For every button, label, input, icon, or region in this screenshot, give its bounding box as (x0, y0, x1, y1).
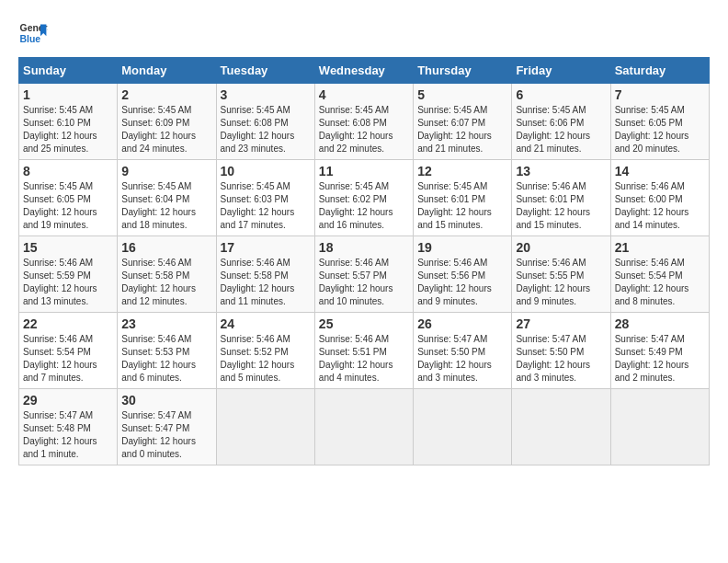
day-info: Sunrise: 5:46 AMSunset: 5:52 PMDaylight:… (221, 333, 311, 385)
calendar-cell: 19Sunrise: 5:46 AMSunset: 5:56 PMDayligh… (414, 236, 512, 313)
day-number: 2 (121, 87, 211, 102)
svg-marker-2 (40, 24, 46, 36)
day-number: 27 (516, 316, 606, 331)
calendar-week-row: 8Sunrise: 5:45 AMSunset: 6:05 PMDaylight… (19, 160, 710, 236)
calendar-cell: 28Sunrise: 5:47 AMSunset: 5:49 PMDayligh… (610, 313, 709, 389)
day-info: Sunrise: 5:45 AMSunset: 6:01 PMDaylight:… (417, 180, 507, 232)
day-number: 1 (23, 87, 113, 102)
day-number: 8 (23, 164, 113, 178)
day-info: Sunrise: 5:46 AMSunset: 6:00 PMDaylight:… (615, 180, 705, 232)
column-header-thursday: Thursday (414, 58, 512, 84)
day-number: 3 (221, 87, 311, 102)
calendar-cell: 4Sunrise: 5:45 AMSunset: 6:08 PMDaylight… (314, 84, 413, 160)
day-number: 11 (319, 164, 409, 178)
day-number: 18 (319, 240, 409, 255)
day-number: 26 (417, 316, 507, 331)
column-header-wednesday: Wednesday (314, 58, 413, 84)
calendar-cell: 13Sunrise: 5:46 AMSunset: 6:01 PMDayligh… (512, 160, 610, 236)
calendar-cell: 8Sunrise: 5:45 AMSunset: 6:05 PMDaylight… (19, 160, 118, 236)
day-info: Sunrise: 5:47 AMSunset: 5:48 PMDaylight:… (23, 409, 113, 461)
calendar-cell: 30Sunrise: 5:47 AMSunset: 5:47 PMDayligh… (118, 389, 216, 465)
header: General Blue (18, 18, 710, 48)
day-number: 25 (319, 316, 409, 331)
calendar-cell: 29Sunrise: 5:47 AMSunset: 5:48 PMDayligh… (19, 389, 118, 465)
day-number: 24 (221, 316, 311, 331)
calendar-cell: 12Sunrise: 5:45 AMSunset: 6:01 PMDayligh… (414, 160, 512, 236)
day-info: Sunrise: 5:45 AMSunset: 6:03 PMDaylight:… (221, 180, 311, 232)
day-number: 15 (23, 240, 113, 255)
calendar-cell: 24Sunrise: 5:46 AMSunset: 5:52 PMDayligh… (216, 313, 314, 389)
calendar-week-row: 1Sunrise: 5:45 AMSunset: 6:10 PMDaylight… (19, 84, 710, 160)
day-info: Sunrise: 5:46 AMSunset: 5:51 PMDaylight:… (319, 333, 409, 385)
day-info: Sunrise: 5:45 AMSunset: 6:09 PMDaylight:… (121, 104, 211, 155)
day-info: Sunrise: 5:46 AMSunset: 5:57 PMDaylight:… (319, 257, 409, 308)
day-info: Sunrise: 5:46 AMSunset: 5:53 PMDaylight:… (121, 333, 211, 385)
day-info: Sunrise: 5:45 AMSunset: 6:08 PMDaylight:… (319, 104, 409, 155)
calendar-cell: 7Sunrise: 5:45 AMSunset: 6:05 PMDaylight… (610, 84, 709, 160)
day-number: 16 (121, 240, 211, 255)
calendar-cell: 10Sunrise: 5:45 AMSunset: 6:03 PMDayligh… (216, 160, 314, 236)
day-number: 22 (23, 316, 113, 331)
calendar-cell (216, 389, 314, 465)
day-info: Sunrise: 5:45 AMSunset: 6:10 PMDaylight:… (23, 104, 113, 155)
calendar-cell (414, 389, 512, 465)
day-number: 19 (417, 240, 507, 255)
calendar-cell: 14Sunrise: 5:46 AMSunset: 6:00 PMDayligh… (610, 160, 709, 236)
calendar-cell: 2Sunrise: 5:45 AMSunset: 6:09 PMDaylight… (118, 84, 216, 160)
calendar-week-row: 22Sunrise: 5:46 AMSunset: 5:54 PMDayligh… (19, 313, 710, 389)
day-info: Sunrise: 5:45 AMSunset: 6:07 PMDaylight:… (417, 104, 507, 155)
calendar-cell (610, 389, 709, 465)
calendar-cell: 27Sunrise: 5:47 AMSunset: 5:50 PMDayligh… (512, 313, 610, 389)
column-header-monday: Monday (118, 58, 216, 84)
calendar-cell: 16Sunrise: 5:46 AMSunset: 5:58 PMDayligh… (118, 236, 216, 313)
day-number: 20 (516, 240, 606, 255)
calendar-cell: 18Sunrise: 5:46 AMSunset: 5:57 PMDayligh… (314, 236, 413, 313)
column-header-saturday: Saturday (610, 58, 709, 84)
day-info: Sunrise: 5:46 AMSunset: 5:55 PMDaylight:… (516, 257, 606, 308)
column-header-tuesday: Tuesday (216, 58, 314, 84)
day-number: 14 (615, 164, 705, 178)
day-number: 17 (221, 240, 311, 255)
calendar-cell: 15Sunrise: 5:46 AMSunset: 5:59 PMDayligh… (19, 236, 118, 313)
day-info: Sunrise: 5:46 AMSunset: 5:54 PMDaylight:… (23, 333, 113, 385)
calendar-week-row: 15Sunrise: 5:46 AMSunset: 5:59 PMDayligh… (19, 236, 710, 313)
day-info: Sunrise: 5:45 AMSunset: 6:02 PMDaylight:… (319, 180, 409, 232)
calendar-header-row: SundayMondayTuesdayWednesdayThursdayFrid… (19, 58, 710, 84)
calendar-cell: 9Sunrise: 5:45 AMSunset: 6:04 PMDaylight… (118, 160, 216, 236)
calendar-cell: 23Sunrise: 5:46 AMSunset: 5:53 PMDayligh… (118, 313, 216, 389)
calendar-cell: 3Sunrise: 5:45 AMSunset: 6:08 PMDaylight… (216, 84, 314, 160)
day-info: Sunrise: 5:45 AMSunset: 6:06 PMDaylight:… (516, 104, 606, 155)
calendar-cell: 20Sunrise: 5:46 AMSunset: 5:55 PMDayligh… (512, 236, 610, 313)
calendar-cell (314, 389, 413, 465)
logo-icon: General Blue (18, 18, 48, 48)
calendar-cell (512, 389, 610, 465)
day-info: Sunrise: 5:47 AMSunset: 5:50 PMDaylight:… (516, 333, 606, 385)
calendar-table: SundayMondayTuesdayWednesdayThursdayFrid… (18, 57, 710, 465)
calendar-cell: 25Sunrise: 5:46 AMSunset: 5:51 PMDayligh… (314, 313, 413, 389)
calendar-cell: 11Sunrise: 5:45 AMSunset: 6:02 PMDayligh… (314, 160, 413, 236)
day-number: 6 (516, 87, 606, 102)
day-number: 29 (23, 393, 113, 408)
day-info: Sunrise: 5:46 AMSunset: 5:54 PMDaylight:… (615, 257, 705, 308)
day-number: 13 (516, 164, 606, 178)
day-number: 5 (417, 87, 507, 102)
column-header-sunday: Sunday (19, 58, 118, 84)
day-info: Sunrise: 5:47 AMSunset: 5:47 PMDaylight:… (121, 409, 211, 461)
day-info: Sunrise: 5:45 AMSunset: 6:08 PMDaylight:… (221, 104, 311, 155)
day-info: Sunrise: 5:46 AMSunset: 5:58 PMDaylight:… (121, 257, 211, 308)
day-info: Sunrise: 5:45 AMSunset: 6:04 PMDaylight:… (121, 180, 211, 232)
day-number: 21 (615, 240, 705, 255)
calendar-cell: 22Sunrise: 5:46 AMSunset: 5:54 PMDayligh… (19, 313, 118, 389)
day-number: 30 (121, 393, 211, 408)
svg-text:Blue: Blue (20, 34, 41, 44)
day-info: Sunrise: 5:46 AMSunset: 6:01 PMDaylight:… (516, 180, 606, 232)
calendar-cell: 26Sunrise: 5:47 AMSunset: 5:50 PMDayligh… (414, 313, 512, 389)
day-info: Sunrise: 5:45 AMSunset: 6:05 PMDaylight:… (23, 180, 113, 232)
day-number: 9 (121, 164, 211, 178)
day-number: 4 (319, 87, 409, 102)
calendar-cell: 17Sunrise: 5:46 AMSunset: 5:58 PMDayligh… (216, 236, 314, 313)
day-number: 12 (417, 164, 507, 178)
calendar-cell: 5Sunrise: 5:45 AMSunset: 6:07 PMDaylight… (414, 84, 512, 160)
day-info: Sunrise: 5:47 AMSunset: 5:49 PMDaylight:… (615, 333, 705, 385)
day-number: 7 (615, 87, 705, 102)
